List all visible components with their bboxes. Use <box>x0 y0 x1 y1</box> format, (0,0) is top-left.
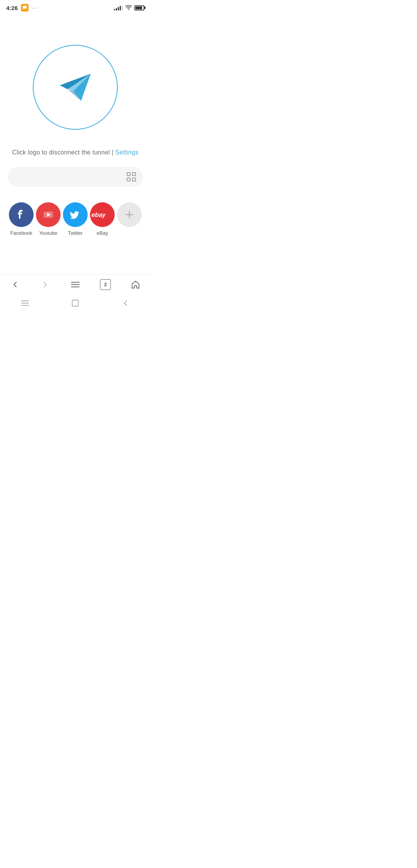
forward-button[interactable] <box>30 275 60 294</box>
sys-menu-button[interactable] <box>0 296 50 310</box>
youtube-link[interactable]: Youtube <box>36 202 61 236</box>
system-nav <box>0 296 151 313</box>
telegram-logo[interactable] <box>33 45 118 130</box>
youtube-icon <box>36 202 61 227</box>
svg-rect-0 <box>23 6 27 8</box>
sys-home-button[interactable] <box>50 296 100 310</box>
facebook-icon <box>9 202 34 227</box>
svg-rect-5 <box>132 173 136 176</box>
svg-text:ebay: ebay <box>92 212 106 218</box>
add-link[interactable] <box>117 202 142 227</box>
svg-marker-1 <box>24 8 25 10</box>
signal-bars-icon <box>114 5 123 10</box>
svg-rect-18 <box>72 300 78 306</box>
status-left: 4:26 ··· <box>6 4 39 12</box>
svg-point-2 <box>128 9 129 10</box>
logo-container <box>33 45 118 130</box>
settings-link[interactable]: Settings <box>115 149 139 156</box>
status-dots: ··· <box>32 5 39 11</box>
menu-button[interactable] <box>60 275 90 294</box>
twitter-icon <box>63 202 88 227</box>
svg-rect-3 <box>127 173 130 176</box>
bottom-nav: 2 <box>0 274 151 296</box>
ebay-label: eBay <box>97 230 108 236</box>
status-right <box>114 5 144 11</box>
scan-icon <box>126 171 137 182</box>
twitter-link[interactable]: Twitter <box>63 202 88 236</box>
sys-back-button[interactable] <box>100 296 151 310</box>
wifi-icon <box>125 5 132 11</box>
add-icon <box>117 202 142 227</box>
status-time: 4:26 <box>6 5 18 11</box>
back-button[interactable] <box>0 275 30 294</box>
quick-links: Facebook Youtube Twitter <box>8 202 143 236</box>
tab-count-badge: 2 <box>100 279 111 290</box>
home-button[interactable] <box>120 275 151 294</box>
battery-icon <box>134 5 144 10</box>
youtube-label: Youtube <box>39 230 57 236</box>
status-bar: 4:26 ··· <box>0 0 151 14</box>
chat-icon <box>21 4 29 12</box>
ebay-link[interactable]: ebay eBay <box>90 202 115 236</box>
svg-rect-6 <box>132 178 136 181</box>
facebook-link[interactable]: Facebook <box>9 202 34 236</box>
twitter-label: Twitter <box>68 230 83 236</box>
status-message: Click logo to disconnect the tunnel | Se… <box>12 149 138 156</box>
facebook-label: Facebook <box>10 230 32 236</box>
main-content: Click logo to disconnect the tunnel | Se… <box>0 14 151 274</box>
svg-rect-4 <box>127 178 130 181</box>
search-bar[interactable] <box>8 167 143 187</box>
tab-count-button[interactable]: 2 <box>90 275 120 294</box>
ebay-icon: ebay <box>90 202 115 227</box>
